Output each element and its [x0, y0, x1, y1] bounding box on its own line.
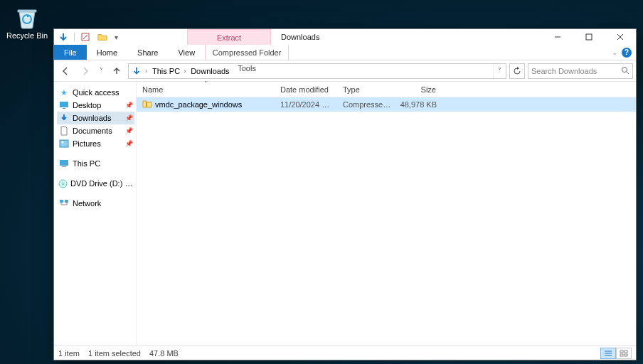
svg-point-7: [62, 141, 64, 144]
svg-rect-13: [65, 200, 68, 203]
nav-up-button[interactable]: [108, 63, 125, 80]
maximize-button[interactable]: [573, 29, 605, 45]
file-explorer-window: ▾ Extract Downloads File Home Share View…: [53, 28, 637, 360]
svg-rect-15: [620, 350, 623, 353]
pin-icon: 📌: [125, 114, 133, 122]
breadcrumb-this-pc[interactable]: This PC: [149, 67, 181, 75]
svg-rect-18: [625, 354, 627, 356]
help-icon[interactable]: ?: [622, 48, 632, 58]
status-bar: 1 item 1 item selected 47.8 MB: [54, 346, 636, 360]
nav-quick-access[interactable]: ★ Quick access: [57, 86, 134, 99]
navigation-pane: ★ Quick access Desktop 📌 Downloads 📌 Doc…: [54, 82, 137, 346]
titlebar: ▾ Extract Downloads: [54, 29, 636, 45]
status-selection-count: 1 item selected: [88, 349, 141, 358]
nav-label: Documents: [73, 127, 112, 135]
column-header-date[interactable]: Date modified: [275, 82, 337, 97]
nav-dvd-drive[interactable]: DVD Drive (D:) SSS_X64: [57, 177, 134, 190]
nav-network[interactable]: Network: [57, 197, 134, 210]
svg-rect-9: [62, 166, 66, 167]
nav-label: Quick access: [73, 88, 119, 97]
status-item-count: 1 item: [58, 349, 80, 358]
file-list: ˄ Name Date modified Type Size vmdc_pack…: [137, 82, 636, 346]
column-header-type[interactable]: Type: [337, 82, 400, 97]
file-rows: vmdc_package_windows 11/20/2024 4:46 AM …: [137, 97, 636, 346]
tab-share[interactable]: Share: [127, 45, 168, 60]
tab-compressed-folder-tools[interactable]: Compressed Folder Tools: [205, 45, 289, 60]
svg-rect-14: [146, 102, 147, 107]
column-header-size[interactable]: Size: [400, 82, 442, 97]
svg-rect-12: [60, 200, 63, 203]
down-arrow-icon[interactable]: [55, 29, 71, 45]
nav-downloads[interactable]: Downloads 📌: [57, 112, 134, 124]
view-large-icons-button[interactable]: [616, 348, 632, 359]
properties-icon[interactable]: [78, 29, 93, 45]
svg-rect-2: [586, 34, 592, 40]
network-icon: [58, 199, 70, 208]
desktop-recycle-bin[interactable]: Recycle Bin: [6, 3, 48, 40]
minimize-button[interactable]: [542, 29, 573, 45]
ribbon-tabs: File Home Share View Compressed Folder T…: [54, 45, 636, 60]
ribbon-context-heading: Extract: [187, 29, 271, 45]
nav-documents[interactable]: Documents 📌: [57, 124, 134, 137]
address-root-icon: [129, 66, 143, 76]
sort-indicator-icon: ˄: [204, 80, 208, 87]
nav-label: DVD Drive (D:) SSS_X64: [70, 179, 133, 188]
pictures-icon: [58, 139, 70, 148]
zip-file-icon: [142, 99, 152, 110]
svg-rect-16: [625, 350, 627, 353]
nav-desktop[interactable]: Desktop 📌: [57, 99, 134, 112]
tab-home[interactable]: Home: [87, 45, 127, 60]
window-title: Downloads: [271, 29, 319, 45]
pin-icon: 📌: [125, 102, 133, 109]
nav-back-button[interactable]: [57, 63, 74, 80]
tab-view[interactable]: View: [168, 45, 205, 60]
view-details-button[interactable]: [600, 348, 616, 359]
pin-icon: 📌: [125, 140, 133, 147]
svg-rect-8: [60, 160, 68, 166]
document-icon: [58, 126, 70, 136]
new-folder-icon[interactable]: [95, 29, 110, 45]
nav-label: Pictures: [73, 139, 101, 148]
chevron-right-icon[interactable]: ›: [181, 68, 188, 75]
disc-icon: [58, 179, 68, 188]
desktop-icon: [58, 101, 70, 109]
view-mode-toggle: [600, 348, 632, 359]
tab-file[interactable]: File: [54, 45, 87, 60]
file-type: Compressed (zipp...: [337, 100, 400, 109]
search-placeholder: Search Downloads: [531, 67, 597, 75]
breadcrumb-downloads[interactable]: Downloads: [188, 67, 230, 75]
refresh-button[interactable]: [509, 63, 525, 79]
computer-icon: [58, 159, 70, 168]
table-row[interactable]: vmdc_package_windows 11/20/2024 4:46 AM …: [137, 97, 636, 112]
address-bar-row: ˅ › This PC › Downloads ˅ Search Downloa…: [54, 60, 636, 82]
star-icon: ★: [58, 88, 70, 97]
search-icon: [621, 66, 629, 76]
address-dropdown-button[interactable]: ˅: [493, 64, 506, 78]
svg-rect-17: [620, 354, 623, 356]
search-input[interactable]: Search Downloads: [528, 63, 633, 79]
address-bar[interactable]: › This PC › Downloads ˅: [128, 63, 506, 79]
recycle-bin-label: Recycle Bin: [6, 31, 48, 40]
svg-point-11: [62, 183, 64, 185]
window-controls: [542, 29, 636, 45]
download-icon: [58, 114, 70, 122]
close-button[interactable]: [605, 29, 636, 45]
pin-icon: 📌: [125, 127, 133, 134]
nav-forward-button[interactable]: [77, 63, 94, 80]
chevron-right-icon[interactable]: ›: [143, 68, 149, 75]
file-date: 11/20/2024 4:46 AM: [275, 100, 337, 109]
recycle-bin-icon: [14, 3, 41, 30]
nav-pictures[interactable]: Pictures 📌: [57, 137, 134, 150]
file-size: 48,978 KB: [400, 100, 442, 109]
nav-recent-dropdown[interactable]: ˅: [97, 63, 105, 80]
file-name: vmdc_package_windows: [155, 100, 242, 109]
nav-this-pc[interactable]: This PC: [57, 157, 134, 170]
column-headers: ˄ Name Date modified Type Size: [137, 82, 636, 97]
svg-rect-4: [60, 102, 68, 107]
qat: ▾: [54, 29, 122, 45]
nav-label: Desktop: [73, 101, 101, 109]
svg-point-3: [622, 67, 627, 72]
separator: [74, 33, 75, 41]
qat-customize-icon[interactable]: ▾: [112, 29, 120, 45]
ribbon-expand-icon[interactable]: ⌄: [612, 48, 617, 56]
